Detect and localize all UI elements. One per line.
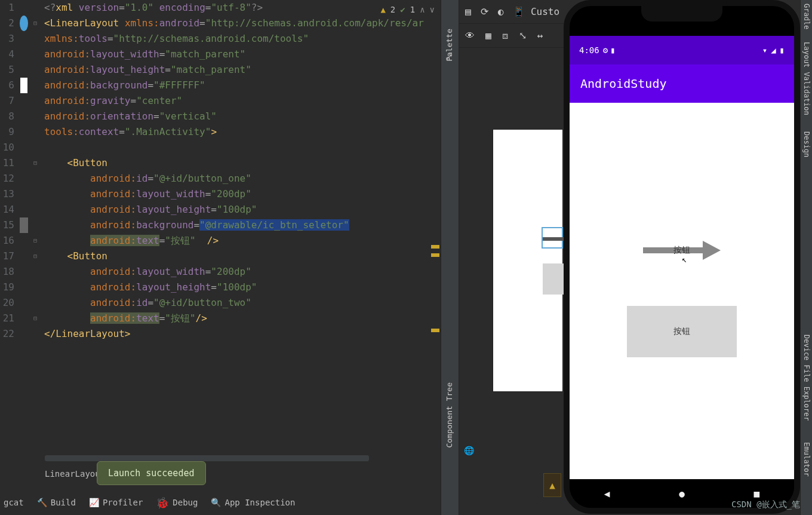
collapse-icon[interactable]: ⤢ xyxy=(445,51,453,63)
svg-marker-2 xyxy=(703,241,721,260)
emulator-tab[interactable]: Emulator xyxy=(802,442,811,477)
design-button-two[interactable] xyxy=(543,263,564,295)
rotate-icon[interactable]: ⟳ xyxy=(481,6,488,17)
app-toolbar: AndroidStudy xyxy=(570,65,794,103)
sdcard-icon: ▮ xyxy=(610,45,615,55)
profiler-tab[interactable]: 📈Profiler xyxy=(89,498,143,507)
nav-home-icon[interactable]: ● xyxy=(679,488,685,499)
button-one[interactable]: 按钮 ↖ xyxy=(627,225,737,276)
zoom-icon[interactable]: ⤡ xyxy=(519,30,527,41)
layout-validation-panel-tab[interactable]: Layout Validation xyxy=(802,42,811,115)
debug-tab[interactable]: 🐞Debug xyxy=(156,496,198,509)
wifi-icon: ▾ xyxy=(762,45,767,55)
button-one-text: 按钮 xyxy=(673,245,690,256)
design-surface[interactable] xyxy=(493,129,563,392)
fold-gutter[interactable]: ⊟⊟⊟⊟⊟ xyxy=(31,0,39,342)
warning-marker[interactable] xyxy=(431,253,439,257)
device-select[interactable]: 📱 Custo xyxy=(513,6,559,17)
code-lines[interactable]: <?xml version="1.0" encoding="utf-8"?><L… xyxy=(39,0,424,342)
phone-notch xyxy=(641,6,722,22)
cursor-icon: ↖ xyxy=(682,255,687,264)
grid-icon[interactable]: ▦ xyxy=(485,30,491,41)
gutter-icons[interactable] xyxy=(17,0,31,342)
status-time: 4:06 xyxy=(579,45,599,55)
warning-marker[interactable] xyxy=(431,329,439,332)
class-icon[interactable] xyxy=(20,16,28,31)
hammer-icon: 🔨 xyxy=(37,498,47,507)
app-title: AndroidStudy xyxy=(580,76,667,91)
device-file-explorer-tab[interactable]: Device File Explorer xyxy=(802,335,811,421)
battery-icon: ▮ xyxy=(780,45,785,55)
nav-down-icon[interactable]: ∨ xyxy=(430,5,435,14)
inspect-icon: 🔍 xyxy=(211,498,221,507)
darkmode-icon[interactable]: ◐ xyxy=(498,6,504,17)
nav-recent-icon[interactable]: ■ xyxy=(754,488,760,499)
button-two[interactable]: 按钮 xyxy=(627,306,737,357)
design-panel-tab[interactable]: Design xyxy=(802,131,811,157)
fit-icon[interactable]: ↔ xyxy=(537,30,543,41)
right-tool-window-bar[interactable]: Gradle Layout Validation Design Device F… xyxy=(800,0,812,515)
bug-icon: 🐞 xyxy=(156,496,169,509)
component-tree-label: Component Tree xyxy=(445,382,454,448)
horizontal-scrollbar[interactable] xyxy=(45,455,369,461)
code-area[interactable]: 12345678910111213141516171819202122 ⊟⊟⊟⊟… xyxy=(0,0,441,342)
palette-panel[interactable]: Palette Component Tree ⤢ xyxy=(441,0,459,515)
warning-count: 2 xyxy=(390,5,395,14)
emulator-device-frame: 4:06 ⚙ ▮ ▾ ◢ ▮ AndroidStudy 按钮 xyxy=(564,0,800,514)
gradle-panel-tab[interactable]: Gradle xyxy=(802,4,811,29)
design-button-one[interactable] xyxy=(542,227,563,249)
editor-inspections[interactable]: ▲ 2 ✔ 1 ∧ ∨ xyxy=(380,5,435,14)
gear-icon: ⚙ xyxy=(603,45,608,55)
color-gutter-icon[interactable] xyxy=(20,78,27,93)
app-inspection-tab[interactable]: 🔍App Inspection xyxy=(211,498,295,507)
signal-icon: ◢ xyxy=(771,45,776,55)
nav-up-icon[interactable]: ∧ xyxy=(420,5,425,14)
check-icon: ✔ xyxy=(400,5,405,14)
button-two-text: 按钮 xyxy=(673,326,690,337)
line-number-gutter: 12345678910111213141516171819202122 xyxy=(0,0,17,342)
status-toast: Launch succeeded xyxy=(97,461,206,485)
warning-icon: ▲ xyxy=(380,5,385,14)
magnet-icon[interactable]: ⧈ xyxy=(502,30,508,41)
nav-back-icon[interactable]: ◀ xyxy=(604,488,610,499)
watermark-text: CSDN @嵌入式_笔记 xyxy=(731,499,808,510)
globe-icon[interactable]: 🌐 xyxy=(464,446,474,455)
editor-tab[interactable]: LinearLayou xyxy=(45,469,100,479)
app-content[interactable]: 按钮 ↖ 按钮 xyxy=(570,103,794,479)
emulator-panel[interactable]: 4:06 ⚙ ▮ ▾ ◢ ▮ AndroidStudy 按钮 xyxy=(564,0,812,515)
build-tab[interactable]: 🔨Build xyxy=(37,498,76,507)
layout-designer[interactable]: ▤ ⟳ ◐ 📱 Custo 👁 ▦ ⧈ ⤡ ↔ 🌐 ▲ xyxy=(459,0,564,515)
gauge-icon: 📈 xyxy=(89,498,99,507)
eye-icon[interactable]: 👁 xyxy=(465,30,475,41)
drawable-gutter-icon[interactable] xyxy=(20,217,28,233)
layers-icon[interactable]: ▤ xyxy=(465,6,471,17)
android-statusbar: 4:06 ⚙ ▮ ▾ ◢ ▮ xyxy=(570,36,794,65)
design-warnings[interactable]: ▲ xyxy=(543,473,561,497)
check-count: 1 xyxy=(410,5,415,14)
bottom-tool-window-bar[interactable]: gcat 🔨Build 📈Profiler 🐞Debug 🔍App Inspec… xyxy=(0,490,295,515)
warning-marker[interactable] xyxy=(431,245,439,249)
code-editor[interactable]: ▲ 2 ✔ 1 ∧ ∨ 1234567891011121314151617181… xyxy=(0,0,441,515)
logcat-tab[interactable]: gcat xyxy=(4,498,24,507)
